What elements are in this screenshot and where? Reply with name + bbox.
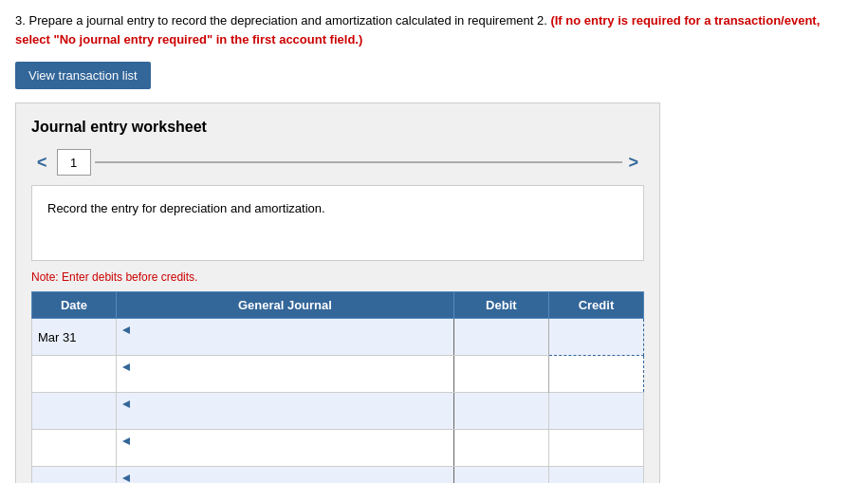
gj-input-2[interactable] [122,374,448,388]
description-box: Record the entry for depreciation and am… [31,185,644,261]
col-header-debit: Debit [453,292,548,319]
debit-cell-4[interactable] [453,430,548,467]
gj-input-3[interactable] [122,411,448,425]
journal-table: Date General Journal Debit Credit Mar 31 [31,291,644,483]
debit-cell-3[interactable] [453,393,548,430]
credit-input-5[interactable] [555,478,637,484]
tab-navigation: < 1 > [31,149,644,176]
debit-input-5[interactable] [460,478,543,484]
date-cell-2 [32,356,117,393]
col-header-gj: General Journal [116,292,453,319]
table-row [32,393,644,430]
question-number: 3. [15,13,26,28]
debit-cell-5[interactable] [453,467,548,484]
credit-input-4[interactable] [555,441,637,455]
debit-input-4[interactable] [460,441,543,455]
credit-cell-3[interactable] [548,393,643,430]
note-text: Note: Enter debits before credits. [31,270,644,284]
credit-input-1[interactable] [555,330,637,344]
debit-input-3[interactable] [460,404,543,418]
gj-input-1[interactable] [122,337,448,351]
question-text-before: Prepare a journal entry to record the de… [28,13,550,28]
debit-cell-2[interactable] [453,356,548,393]
credit-input-3[interactable] [555,404,637,418]
date-cell-3 [32,393,117,430]
table-row: Mar 31 [32,319,644,356]
credit-cell-2[interactable] [548,356,643,393]
col-header-date: Date [32,292,117,319]
debit-input-1[interactable] [460,330,543,344]
table-row [32,356,644,393]
view-transaction-button[interactable]: View transaction list [15,62,151,89]
gj-cell-4[interactable] [116,430,453,467]
nav-next-button[interactable]: > [622,151,644,175]
description-text: Record the entry for depreciation and am… [47,201,325,215]
gj-cell-5[interactable] [116,467,453,484]
worksheet-title: Journal entry worksheet [31,119,644,136]
debit-cell-1[interactable] [453,319,548,356]
credit-cell-1[interactable] [548,319,643,356]
col-header-credit: Credit [548,292,643,319]
tab-line [95,161,623,163]
gj-cell-2[interactable] [116,356,453,393]
tab-number-box: 1 [57,149,91,176]
date-cell-5 [32,467,117,484]
question-header: 3. Prepare a journal entry to record the… [15,11,853,48]
date-cell-1: Mar 31 [32,319,117,356]
nav-prev-button[interactable]: < [31,151,53,175]
gj-input-4[interactable] [122,448,448,462]
credit-input-2[interactable] [555,367,637,381]
table-row [32,467,644,484]
debit-input-2[interactable] [460,367,543,381]
credit-cell-4[interactable] [548,430,643,467]
worksheet-container: Journal entry worksheet < 1 > Record the… [15,102,660,483]
gj-cell-3[interactable] [116,393,453,430]
table-row [32,430,644,467]
date-cell-4 [32,430,117,467]
credit-cell-5[interactable] [548,467,643,484]
gj-cell-1[interactable] [116,319,453,356]
